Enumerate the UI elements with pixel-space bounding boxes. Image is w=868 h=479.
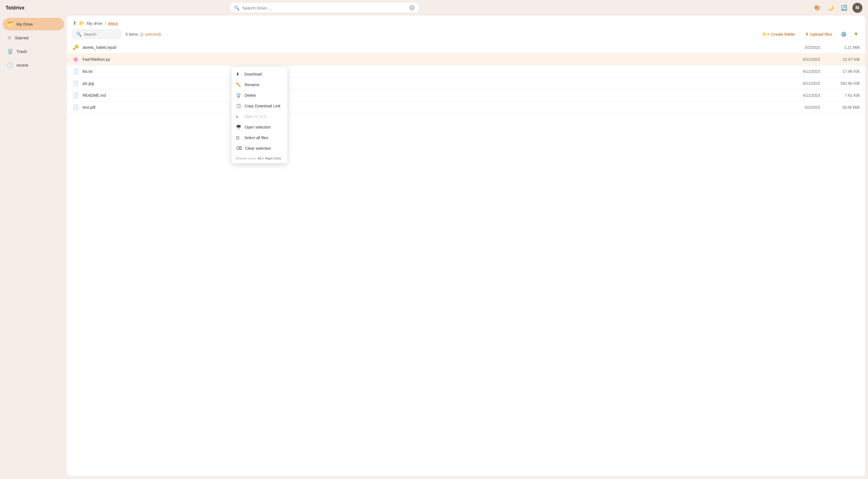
- file-toolbar: 🔍 6 items (1 selected) 📁+ Create folder …: [67, 30, 865, 41]
- table-row[interactable]: 🔑 atomic_habits.epub 5/2/2023 1.21 MiB: [67, 41, 865, 54]
- topbar-actions: 🎨 🌙 🔄 M: [812, 3, 862, 13]
- clear-selection-icon: ⌫: [236, 146, 242, 151]
- delete-icon: 🗑️: [236, 93, 241, 98]
- breadcrumb-separator: /: [105, 21, 106, 26]
- file-icon: 📄: [72, 68, 79, 74]
- context-menu: ⬇ Download ✏️ Rename 🗑️ Delete 📋 Copy Do…: [231, 67, 287, 163]
- recent-icon: 🕐: [7, 62, 13, 68]
- table-row[interactable]: 📄 README.md 4/11/2023 7.61 KiB: [67, 90, 865, 101]
- search-input[interactable]: [242, 6, 406, 10]
- file-date: 4/11/2023: [803, 57, 831, 62]
- sidebar: 🗂️ My Drive ☆ Starred 🗑️ Trash 🕐 recent: [3, 15, 64, 476]
- ctx-select-all-label: Select all files: [244, 135, 268, 140]
- file-date: 4/11/2023: [803, 93, 831, 98]
- rename-icon: ✏️: [236, 82, 241, 87]
- main-panel: ⬆ 📁 My drive / docs 🔍 6 items (1 selecte…: [67, 15, 865, 476]
- sidebar-item-label-my-drive: My Drive: [17, 22, 33, 27]
- breadcrumb-folder-icon: 📁: [79, 21, 85, 26]
- ctx-rename-label: Rename: [245, 83, 259, 87]
- dark-mode-button[interactable]: 🌙: [826, 3, 836, 13]
- ctx-open-vlc: ▶ Open In VLC: [231, 111, 287, 122]
- sidebar-item-starred[interactable]: ☆ Starred: [3, 32, 64, 44]
- toolbar-right: 📁+ Create folder ⬆ Upload files ⚙️ ▼: [760, 30, 860, 38]
- file-date: 5/2/2023: [803, 45, 831, 50]
- copy-link-icon: 📋: [236, 103, 241, 108]
- file-date: 4/11/2023: [803, 69, 831, 74]
- vlc-icon: ▶: [236, 114, 241, 119]
- file-search-input[interactable]: [84, 32, 117, 36]
- file-icon: 📄: [72, 80, 79, 87]
- file-name: FastTelethon.py: [83, 57, 799, 62]
- ctx-open-selection-label: Open selection: [245, 125, 271, 129]
- ctx-copy-link[interactable]: 📋 Copy Download Link: [231, 101, 287, 111]
- ctx-copy-link-label: Copy Download Link: [245, 104, 280, 108]
- file-name: list.txt: [83, 69, 799, 74]
- file-size: 17.86 KiB: [835, 69, 860, 74]
- file-date: 4/11/2023: [803, 81, 831, 86]
- starred-icon: ☆: [7, 35, 11, 41]
- file-name: pic.jpg: [83, 81, 799, 86]
- table-row[interactable]: 📄 pic.jpg 4/11/2023 592.85 KiB: [67, 77, 865, 90]
- sidebar-item-recent[interactable]: 🕐 recent: [3, 59, 64, 71]
- table-row[interactable]: 📄 test.pdf 5/2/2023 29.06 MiB: [67, 101, 865, 114]
- trash-icon: 🗑️: [7, 49, 13, 54]
- sidebar-item-my-drive[interactable]: 🗂️ My Drive: [3, 18, 64, 30]
- file-search-icon: 🔍: [76, 32, 82, 37]
- refresh-button[interactable]: 🔄: [839, 3, 849, 13]
- ctx-clear-selection-label: Clear selection: [245, 146, 271, 151]
- file-icon: 📄: [72, 104, 79, 110]
- file-name: test.pdf: [83, 105, 800, 109]
- breadcrumb: ⬆ 📁 My drive / docs: [67, 15, 865, 30]
- sidebar-item-label-recent: recent: [17, 63, 28, 67]
- file-list: 🔑 atomic_habits.epub 5/2/2023 1.21 MiB 🌸…: [67, 41, 865, 476]
- selected-count: 1 selected: [142, 32, 159, 36]
- clear-search-button[interactable]: ✕: [409, 5, 415, 10]
- topbar: Teldrive 🔍 ✕ 🎨 🌙 🔄 M: [0, 0, 868, 15]
- my-drive-icon: 🗂️: [7, 21, 13, 27]
- upload-icon: ⬆: [805, 32, 809, 36]
- ctx-clear-selection[interactable]: ⌫ Clear selection: [231, 143, 287, 154]
- ctx-delete-label: Delete: [245, 93, 256, 98]
- search-icon: 🔍: [234, 5, 240, 10]
- breadcrumb-current[interactable]: docs: [108, 21, 118, 26]
- search-bar: 🔍 ✕: [229, 3, 419, 13]
- create-folder-button[interactable]: 📁+ Create folder: [760, 30, 798, 38]
- avatar-button[interactable]: M: [852, 3, 862, 13]
- ctx-download-label: Download: [244, 72, 261, 76]
- breadcrumb-home-icon: ⬆: [72, 20, 77, 26]
- download-icon: ⬇: [236, 72, 241, 77]
- ctx-open-vlc-label: Open In VLC: [244, 114, 267, 119]
- file-icon: 📄: [72, 92, 79, 98]
- settings-button[interactable]: ⚙️: [840, 30, 848, 38]
- ctx-rename[interactable]: ✏️ Rename: [231, 79, 287, 90]
- table-row[interactable]: 📄 list.txt 4/11/2023 17.86 KiB: [67, 66, 865, 77]
- layout: 🗂️ My Drive ☆ Starred 🗑️ Trash 🕐 recent …: [0, 15, 868, 479]
- file-size: 12.47 KiB: [835, 57, 860, 62]
- sidebar-item-label-trash: Trash: [17, 49, 27, 54]
- ctx-delete[interactable]: 🗑️ Delete: [231, 90, 287, 101]
- file-icon: 🌸: [72, 56, 79, 62]
- ctx-download[interactable]: ⬇ Download: [231, 69, 287, 79]
- items-count: 6 items (1 selected): [125, 32, 161, 36]
- breadcrumb-root[interactable]: My drive: [87, 21, 103, 26]
- select-all-icon: ⊡: [236, 135, 241, 140]
- file-size: 1.21 MiB: [835, 45, 860, 50]
- file-size: 7.61 KiB: [835, 93, 860, 98]
- file-name: README.md: [83, 93, 799, 98]
- create-folder-icon: 📁+: [762, 32, 769, 36]
- file-size: 592.85 KiB: [835, 81, 860, 86]
- file-name: atomic_habits.epub: [83, 45, 800, 50]
- sidebar-item-trash[interactable]: 🗑️ Trash: [3, 45, 64, 58]
- palette-button[interactable]: 🎨: [812, 3, 822, 13]
- ctx-shortcut: Alt + Right Click: [257, 157, 281, 160]
- file-search-box: 🔍: [72, 30, 121, 39]
- app-title: Teldrive: [6, 5, 31, 11]
- ctx-open-selection[interactable]: 🖥️ Open selection: [231, 122, 287, 132]
- table-row[interactable]: 🌸 FastTelethon.py 4/11/2023 12.47 KiB: [67, 54, 865, 66]
- file-size: 29.06 MiB: [835, 105, 860, 109]
- view-toggle-button[interactable]: ▼: [852, 30, 860, 38]
- ctx-select-all[interactable]: ⊡ Select all files: [231, 132, 287, 143]
- upload-files-button[interactable]: ⬆ Upload files: [802, 30, 835, 38]
- ctx-footer: Browser menu: Alt + Right Click: [231, 155, 287, 162]
- file-icon: 🔑: [72, 44, 79, 51]
